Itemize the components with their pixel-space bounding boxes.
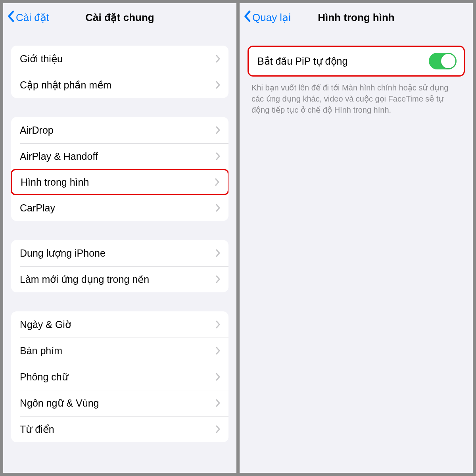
row-about[interactable]: Giới thiệu (11, 46, 228, 72)
row-label: Dung lượng iPhone (20, 248, 216, 259)
row-language-region[interactable]: Ngôn ngữ & Vùng (11, 390, 228, 416)
row-picture-in-picture[interactable]: Hình trong hình (11, 169, 228, 195)
row-airplay-handoff[interactable]: AirPlay & Handoff (11, 143, 228, 169)
general-settings-screen: Cài đặt Cài đặt chung Giới thiệu Cập nhậ… (3, 3, 236, 473)
row-date-time[interactable]: Ngày & Giờ (11, 311, 228, 338)
chevron-right-icon (216, 81, 221, 89)
auto-pip-toggle[interactable] (429, 53, 457, 69)
row-auto-pip[interactable]: Bắt đầu PiP tự động (249, 47, 464, 75)
pip-settings-screen: Quay lại Hình trong hình Bắt đầu PiP tự … (240, 3, 473, 473)
row-label: Phông chữ (20, 371, 216, 383)
row-dictionary[interactable]: Từ điển (11, 416, 228, 442)
chevron-left-icon (7, 10, 16, 25)
row-label: Làm mới ứng dụng trong nền (20, 274, 216, 285)
toggle-knob (441, 54, 455, 68)
chevron-right-icon (215, 178, 220, 186)
chevron-right-icon (216, 275, 221, 283)
row-label: Bắt đầu PiP tự động (257, 56, 429, 67)
content: Bắt đầu PiP tự động Khi bạn vuốt lên để … (240, 32, 473, 473)
footer-description: Khi bạn vuốt lên để đi tới Màn hình chín… (240, 77, 473, 115)
content: Giới thiệu Cập nhật phần mềm AirDrop Air… (3, 32, 236, 473)
chevron-right-icon (216, 399, 221, 407)
row-label: AirDrop (20, 125, 216, 136)
back-label: Cài đặt (16, 12, 49, 24)
chevron-right-icon (216, 321, 221, 328)
row-label: Ngôn ngữ & Vùng (20, 397, 216, 409)
row-label: AirPlay & Handoff (20, 151, 216, 162)
chevron-right-icon (216, 126, 221, 134)
chevron-right-icon (216, 204, 221, 212)
row-label: CarPlay (20, 202, 216, 214)
chevron-right-icon (216, 249, 221, 257)
row-iphone-storage[interactable]: Dung lượng iPhone (11, 240, 228, 266)
chevron-right-icon (216, 373, 221, 381)
row-label: Bàn phím (20, 345, 216, 357)
navbar: Cài đặt Cài đặt chung (3, 3, 236, 32)
group-pip: Bắt đầu PiP tự động (248, 46, 465, 77)
navbar: Quay lại Hình trong hình (240, 3, 473, 32)
group-storage: Dung lượng iPhone Làm mới ứng dụng trong… (11, 240, 228, 292)
chevron-right-icon (216, 425, 221, 433)
back-button[interactable]: Quay lại (244, 10, 291, 25)
chevron-right-icon (216, 347, 221, 355)
row-background-app-refresh[interactable]: Làm mới ứng dụng trong nền (11, 266, 228, 292)
row-fonts[interactable]: Phông chữ (11, 364, 228, 390)
group-airdrop: AirDrop AirPlay & Handoff Hình trong hìn… (11, 117, 228, 221)
row-keyboard[interactable]: Bàn phím (11, 338, 228, 364)
group-date-keyboard: Ngày & Giờ Bàn phím Phông chữ Ngôn ngữ &… (11, 311, 228, 442)
row-carplay[interactable]: CarPlay (11, 195, 228, 221)
row-label: Giới thiệu (20, 53, 216, 65)
back-button[interactable]: Cài đặt (7, 10, 49, 25)
back-label: Quay lại (252, 12, 291, 24)
group-about: Giới thiệu Cập nhật phần mềm (11, 46, 228, 98)
row-label: Từ điển (20, 424, 216, 435)
chevron-right-icon (216, 55, 221, 63)
chevron-left-icon (244, 10, 252, 25)
row-software-update[interactable]: Cập nhật phần mềm (11, 72, 228, 98)
row-airdrop[interactable]: AirDrop (11, 117, 228, 143)
row-label: Hình trong hình (21, 177, 215, 188)
row-label: Cập nhật phần mềm (20, 79, 216, 91)
row-label: Ngày & Giờ (20, 319, 216, 330)
chevron-right-icon (216, 152, 221, 160)
